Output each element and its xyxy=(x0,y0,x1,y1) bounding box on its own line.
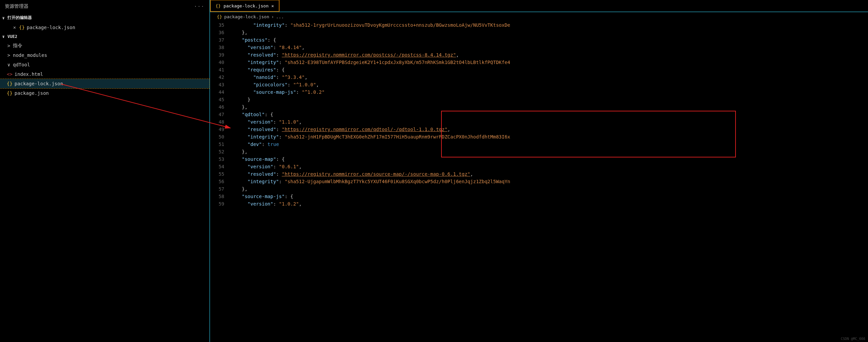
line-number: 37 xyxy=(210,37,230,43)
breadcrumb-more: ... xyxy=(276,14,284,19)
watermark: CSDN @MC_666 xyxy=(841,337,865,341)
open-editors-section: ∨ 打开的编辑器 ×{}package-lock.json xyxy=(0,13,209,32)
code-line[interactable]: 52 }, xyxy=(210,148,868,155)
breadcrumb[interactable]: {} package-lock.json › ... xyxy=(210,12,868,21)
json-icon: {} xyxy=(19,25,25,30)
project-header[interactable]: ∨ VUE2 xyxy=(0,32,209,41)
json-icon: {} xyxy=(217,14,222,19)
code-line[interactable]: 42 "nanoid": "^3.3.4", xyxy=(210,73,868,81)
tree-label: index.html xyxy=(15,71,43,77)
tree-item[interactable]: {}package-lock.json xyxy=(0,79,209,88)
close-icon[interactable]: × xyxy=(271,3,274,8)
code-content: "version": "8.4.14", xyxy=(230,45,868,50)
line-number: 46 xyxy=(210,104,230,110)
code-content: "qdtool": { xyxy=(230,112,868,117)
line-number: 50 xyxy=(210,134,230,140)
code-content: "requires": { xyxy=(230,67,868,72)
code-content: }, xyxy=(230,30,868,35)
code-content: "source-map": { xyxy=(230,156,868,162)
code-line[interactable]: 54 "version": "0.6.1", xyxy=(210,163,868,170)
code-line[interactable]: 47 "qdtool": { xyxy=(210,111,868,118)
chevron-icon: > xyxy=(7,52,11,58)
code-line[interactable]: 43 "picocolors": "^1.0.0", xyxy=(210,81,868,88)
html-icon: <> xyxy=(7,71,13,77)
code-line[interactable]: 56 "integrity": "sha512-UjgapumWlbMhkBgz… xyxy=(210,178,868,185)
tree-item[interactable]: >指令 xyxy=(0,41,209,50)
code-line[interactable]: 49 "resolved": "https://registry.npmmirr… xyxy=(210,126,868,133)
code-line[interactable]: 36 }, xyxy=(210,29,868,36)
line-number: 48 xyxy=(210,119,230,125)
line-number: 47 xyxy=(210,112,230,117)
line-number: 51 xyxy=(210,142,230,147)
code-content: "resolved": "https://registry.npmmirror.… xyxy=(230,171,868,177)
code-content: "integrity": "sha512-UjgapumWlbMhkBgzT7Y… xyxy=(230,179,868,184)
breadcrumb-separator: › xyxy=(271,14,274,19)
code-line[interactable]: 46 }, xyxy=(210,103,868,111)
code-line[interactable]: 38 "version": "8.4.14", xyxy=(210,44,868,51)
code-content: "dev": true xyxy=(230,142,868,147)
line-number: 45 xyxy=(210,97,230,102)
chevron-icon: > xyxy=(7,43,11,48)
tree-item[interactable]: ∨qdTool xyxy=(0,60,209,69)
code-content: }, xyxy=(230,104,868,110)
line-number: 54 xyxy=(210,164,230,169)
code-line[interactable]: 59 "version": "1.0.2", xyxy=(210,200,868,208)
code-line[interactable]: 50 "integrity": "sha512-jnH1FpBDUgMcT3hE… xyxy=(210,133,868,141)
code-line[interactable]: 58 "source-map-js": { xyxy=(210,193,868,200)
tree-label: 指令 xyxy=(13,43,22,49)
code-content: "postcss": { xyxy=(230,37,868,43)
code-content: "integrity": "sha512-E398TUmfAYFPBSdzgei… xyxy=(230,60,868,65)
line-number: 58 xyxy=(210,194,230,199)
line-number: 42 xyxy=(210,74,230,80)
code-line[interactable]: 40 "integrity": "sha512-E398TUmfAYFPBSdz… xyxy=(210,59,868,66)
code-content: "resolved": "https://registry.npmmirror.… xyxy=(230,52,868,58)
line-number: 49 xyxy=(210,127,230,132)
project-name: VUE2 xyxy=(7,34,17,39)
line-number: 55 xyxy=(210,171,230,177)
code-line[interactable]: 45 } xyxy=(210,96,868,103)
line-number: 53 xyxy=(210,156,230,162)
code-line[interactable]: 35 "integrity": "sha512-1rygrUrLnuoozizo… xyxy=(210,21,868,29)
tree-label: node_modules xyxy=(13,52,47,58)
code-area[interactable]: 35 "integrity": "sha512-1rygrUrLnuoozizo… xyxy=(210,21,868,342)
close-icon[interactable]: × xyxy=(12,25,17,30)
code-content: "version": "1.0.2", xyxy=(230,201,868,207)
line-number: 35 xyxy=(210,22,230,28)
chevron-down-icon: ∨ xyxy=(1,34,5,39)
open-editors-label: 打开的编辑器 xyxy=(7,15,32,21)
tree-item[interactable]: <>index.html xyxy=(0,69,209,79)
line-number: 38 xyxy=(210,45,230,50)
json-icon: {} xyxy=(7,90,13,96)
code-content: "version": "1.1.0", xyxy=(230,119,868,125)
code-line[interactable]: 41 "requires": { xyxy=(210,66,868,73)
open-editor-item[interactable]: ×{}package-lock.json xyxy=(0,23,209,32)
code-line[interactable]: 48 "version": "1.1.0", xyxy=(210,118,868,126)
explorer-header: 资源管理器 ··· xyxy=(0,0,209,13)
chevron-icon: ∨ xyxy=(7,62,11,67)
code-line[interactable]: 57 }, xyxy=(210,185,868,193)
tab-package-lock[interactable]: {} package-lock.json × xyxy=(210,0,280,12)
line-number: 44 xyxy=(210,89,230,95)
json-icon: {} xyxy=(7,81,13,86)
tree-item[interactable]: >node_modules xyxy=(0,50,209,60)
line-number: 56 xyxy=(210,179,230,184)
tree-item[interactable]: {}package.json xyxy=(0,88,209,98)
breadcrumb-file: package-lock.json xyxy=(224,14,269,19)
explorer-title: 资源管理器 xyxy=(5,3,28,9)
code-line[interactable]: 51 "dev": true xyxy=(210,141,868,148)
code-line[interactable]: 37 "postcss": { xyxy=(210,36,868,44)
open-editors-header[interactable]: ∨ 打开的编辑器 xyxy=(0,13,209,23)
more-icon[interactable]: ··· xyxy=(194,4,205,9)
code-content: "integrity": "sha512-jnH1FpBDUgMcT3hEXG0… xyxy=(230,134,868,140)
code-line[interactable]: 53 "source-map": { xyxy=(210,155,868,163)
line-number: 59 xyxy=(210,201,230,207)
line-number: 43 xyxy=(210,82,230,87)
code-line[interactable]: 39 "resolved": "https://registry.npmmirr… xyxy=(210,51,868,59)
code-line[interactable]: 55 "resolved": "https://registry.npmmirr… xyxy=(210,170,868,178)
code-line[interactable]: 44 "source-map-js": "^1.0.2" xyxy=(210,88,868,96)
open-editor-label: package-lock.json xyxy=(27,25,75,30)
code-content: "source-map-js": "^1.0.2" xyxy=(230,89,868,95)
code-content: }, xyxy=(230,149,868,154)
code-content: }, xyxy=(230,186,868,192)
code-content: "source-map-js": { xyxy=(230,194,868,199)
